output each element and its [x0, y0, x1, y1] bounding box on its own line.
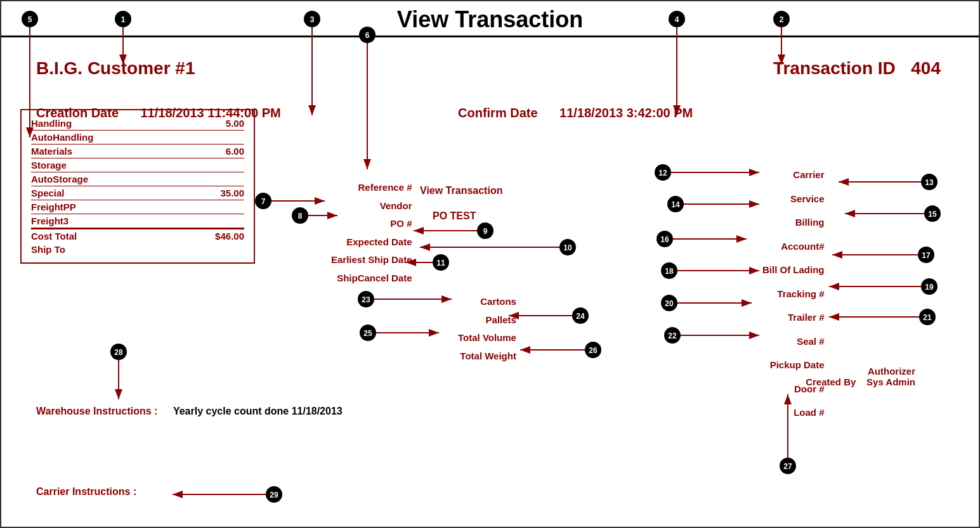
- svg-text:23: 23: [362, 295, 370, 304]
- created-by-section: Created By Sys Admin: [806, 377, 915, 387]
- authorizer-label: Authorizer: [806, 366, 915, 377]
- seal-label: Seal #: [762, 330, 825, 354]
- svg-point-63: [918, 247, 934, 263]
- svg-point-67: [921, 278, 938, 295]
- warehouse-value: Yearly cycle count done 11/18/2013: [173, 406, 343, 416]
- transaction-id-value: 404: [911, 58, 941, 78]
- cost-row-autohandling: AutoHandling: [31, 131, 244, 145]
- svg-text:12: 12: [658, 169, 667, 177]
- page-container: View Transaction: [0, 0, 980, 528]
- svg-text:24: 24: [576, 312, 585, 321]
- confirm-date-value: 11/18/2013 3:42:00 PM: [559, 106, 693, 120]
- warehouse-label: Warehouse Instructions :: [36, 406, 157, 416]
- svg-text:17: 17: [922, 251, 931, 260]
- svg-point-43: [255, 193, 271, 209]
- cost-row-autostorage: AutoStorage: [31, 172, 244, 186]
- svg-text:9: 9: [483, 227, 488, 236]
- svg-text:20: 20: [665, 299, 674, 308]
- svg-point-53: [655, 164, 671, 181]
- tracking-label: Tracking #: [762, 282, 825, 306]
- handling-value: 5.00: [226, 118, 244, 129]
- created-by-label: Created By: [806, 377, 856, 387]
- svg-point-61: [657, 231, 673, 247]
- arrows-layer: 1 2 3 4 5 6 7 8 9 10 11 12 13: [1, 1, 980, 528]
- svg-point-51: [433, 254, 449, 271]
- svg-text:22: 22: [668, 332, 677, 340]
- bill-of-lading-label: Bill Of Lading: [762, 258, 825, 282]
- svg-text:15: 15: [928, 210, 937, 219]
- svg-text:19: 19: [925, 283, 934, 292]
- svg-point-69: [661, 295, 677, 311]
- warehouse-section: Warehouse Instructions : Yearly cycle co…: [36, 406, 343, 417]
- svg-point-45: [292, 207, 308, 224]
- header-bar: View Transaction: [1, 1, 979, 37]
- cost-row-storage: Storage: [31, 158, 244, 172]
- cost-row-materials: Materials 6.00: [31, 145, 244, 158]
- svg-point-77: [572, 307, 589, 324]
- svg-point-71: [919, 309, 936, 325]
- pallets-label: Pallets: [458, 311, 516, 330]
- total-volume-label: Total Volume: [458, 329, 516, 347]
- storage-label: Storage: [31, 160, 67, 171]
- svg-text:10: 10: [563, 243, 572, 252]
- svg-text:13: 13: [925, 178, 934, 187]
- transaction-id-label: Transaction ID: [773, 58, 896, 78]
- svg-point-75: [358, 291, 374, 307]
- svg-point-65: [661, 262, 677, 279]
- customer-name: B.I.G. Customer #1: [36, 58, 195, 78]
- reference-label: Reference #: [331, 179, 412, 197]
- transaction-id-section: Transaction ID 404: [773, 58, 941, 79]
- svg-text:25: 25: [363, 329, 372, 338]
- cost-row-special: Special 35.00: [31, 186, 244, 200]
- carrier-service-label: CarrierService: [762, 163, 825, 210]
- view-transaction-mid: View Transaction: [420, 185, 502, 196]
- svg-point-85: [110, 344, 127, 360]
- created-by-value: Sys Admin: [866, 377, 915, 387]
- svg-text:7: 7: [261, 197, 266, 206]
- cost-row-freightpp: FreightPP: [31, 200, 244, 214]
- customer-name-section: B.I.G. Customer #1: [36, 58, 195, 79]
- autostorage-label: AutoStorage: [31, 174, 88, 184]
- page-title: View Transaction: [397, 6, 583, 32]
- materials-label: Materials: [31, 146, 72, 157]
- po-label: PO #: [331, 215, 412, 233]
- svg-point-57: [667, 196, 684, 212]
- svg-point-87: [266, 486, 282, 503]
- svg-text:29: 29: [270, 491, 278, 499]
- confirm-date-label: Confirm Date: [458, 106, 538, 120]
- svg-text:21: 21: [923, 313, 932, 322]
- cost-box: Handling 5.00 AutoHandling Materials 6.0…: [20, 109, 255, 264]
- carrier-section: Carrier Instructions :: [36, 486, 136, 498]
- special-label: Special: [31, 188, 65, 198]
- svg-point-73: [664, 327, 681, 344]
- svg-point-55: [921, 174, 938, 190]
- cost-row-shipto: Ship To: [31, 243, 244, 256]
- expected-date-label: Expected Date: [331, 233, 412, 252]
- svg-point-79: [360, 325, 376, 341]
- svg-point-47: [477, 222, 493, 239]
- freightpp-label: FreightPP: [31, 202, 76, 212]
- svg-text:16: 16: [660, 235, 669, 244]
- svg-text:14: 14: [671, 200, 680, 209]
- freight3-label: Freight3: [31, 216, 69, 226]
- po-test-value: PO TEST: [433, 210, 476, 222]
- svg-point-49: [559, 239, 576, 255]
- svg-point-59: [924, 205, 941, 222]
- cost-total-value: $46.00: [215, 231, 244, 241]
- vendor-label: Vendor: [331, 197, 412, 216]
- svg-text:8: 8: [298, 212, 303, 221]
- svg-text:18: 18: [665, 267, 674, 276]
- mid-fields-section: Reference # Vendor PO # Expected Date Ea…: [331, 179, 412, 287]
- load-label: Load #: [762, 401, 825, 425]
- svg-text:28: 28: [114, 348, 123, 357]
- cost-row-freight3: Freight3: [31, 214, 244, 228]
- cost-total-label: Cost Total: [31, 231, 77, 241]
- handling-label: Handling: [31, 118, 72, 129]
- trailer-label: Trailer #: [762, 306, 825, 330]
- ship-to-label: Ship To: [31, 244, 65, 255]
- svg-text:26: 26: [589, 346, 598, 355]
- svg-point-83: [780, 458, 796, 474]
- svg-text:11: 11: [436, 259, 445, 267]
- svg-point-81: [585, 342, 601, 358]
- special-value: 35.00: [220, 188, 244, 198]
